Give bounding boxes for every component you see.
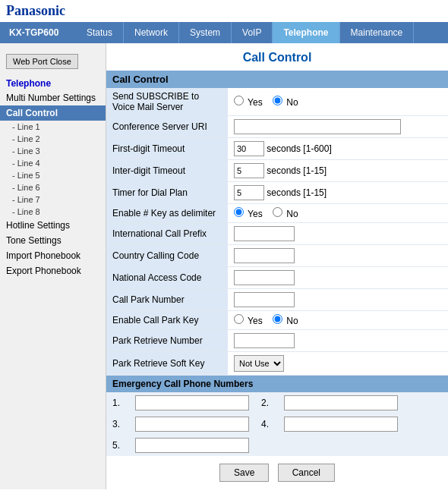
national-access-input[interactable] — [234, 270, 295, 285]
emergency-input-4[interactable] — [284, 417, 398, 432]
emergency-section-header: Emergency Call Phone Numbers — [106, 376, 448, 392]
value-intl-prefix — [228, 223, 448, 245]
emergency-input-1[interactable] — [135, 395, 249, 410]
timer-dial-input[interactable] — [234, 185, 264, 200]
sidebar-item-line8[interactable]: - Line 8 — [0, 206, 106, 218]
nav-tab-status[interactable]: Status — [76, 22, 124, 43]
sidebar-item-line6[interactable]: - Line 6 — [0, 181, 106, 193]
nav-tab-system[interactable]: System — [179, 22, 232, 43]
sidebar-item-line7[interactable]: - Line 7 — [0, 193, 106, 206]
nav-tabs: Status Network System VoIP Telephone Mai… — [76, 22, 414, 43]
sidebar-title: Telephone — [0, 74, 106, 90]
label-park-soft-key: Park Retrieve Soft Key — [106, 352, 228, 376]
emergency-input-2[interactable] — [284, 395, 398, 410]
main-layout: Web Port Close Telephone Multi Number Se… — [0, 43, 448, 489]
footer: Save Cancel — [106, 456, 448, 489]
row-timer-dial: Timer for Dial Plan seconds [1-15] — [106, 182, 448, 204]
emergency-input-5[interactable] — [135, 438, 249, 453]
emergency-empty-2 — [278, 435, 448, 456]
sidebar-item-import[interactable]: Import Phonebook — [0, 248, 106, 263]
park-soft-key-select[interactable]: Not Use — [234, 355, 284, 372]
emergency-row-1-2: 1. 2. — [106, 392, 448, 414]
label-national-access: National Access Code — [106, 267, 228, 289]
nav-tab-network[interactable]: Network — [124, 22, 179, 43]
sidebar-item-tone[interactable]: Tone Settings — [0, 233, 106, 248]
label-park-retrieve: Park Retrieve Number — [106, 330, 228, 352]
country-code-input[interactable] — [234, 248, 295, 263]
first-digit-input[interactable] — [234, 141, 264, 156]
value-park-retrieve — [228, 330, 448, 352]
park-yes-label: Yes — [234, 316, 265, 326]
navbar: KX-TGP600 Status Network System VoIP Tel… — [0, 22, 448, 43]
subscribe-yes-label: Yes — [234, 97, 265, 108]
model-label: KX-TGP600 — [0, 27, 76, 38]
emergency-input-1-cell — [129, 392, 255, 414]
inter-digit-input[interactable] — [234, 163, 264, 178]
content: Call Control Call Control Send SUBSCRIBE… — [106, 43, 448, 489]
emergency-num-3: 3. — [106, 414, 129, 435]
park-no-label: No — [273, 316, 298, 326]
park-no-radio[interactable] — [273, 314, 282, 324]
nav-tab-voip[interactable]: VoIP — [232, 22, 273, 43]
row-national-access: National Access Code — [106, 267, 448, 289]
row-conference-uri: Conference Server URI — [106, 116, 448, 138]
emergency-row-5: 5. — [106, 435, 448, 456]
cancel-button[interactable]: Cancel — [278, 464, 335, 482]
first-digit-unit: seconds [1-600] — [267, 143, 331, 154]
label-conference-uri: Conference Server URI — [106, 116, 228, 138]
web-port-close-button[interactable]: Web Port Close — [6, 54, 78, 69]
sidebar-item-call-control[interactable]: Call Control — [0, 105, 106, 121]
value-first-digit: seconds [1-600] — [228, 138, 448, 160]
label-inter-digit: Inter-digit Timeout — [106, 160, 228, 182]
sidebar-item-hotline[interactable]: Hotline Settings — [0, 218, 106, 233]
emergency-input-2-cell — [278, 392, 448, 414]
nav-tab-maintenance[interactable]: Maintenance — [340, 22, 415, 43]
emergency-num-2: 2. — [255, 392, 278, 414]
hash-yes-radio[interactable] — [234, 207, 244, 217]
value-country-code — [228, 245, 448, 267]
nav-tab-telephone[interactable]: Telephone — [273, 22, 339, 43]
conference-uri-input[interactable] — [234, 119, 401, 134]
emergency-num-5: 5. — [106, 435, 129, 456]
sidebar-item-line5[interactable]: - Line 5 — [0, 169, 106, 181]
sidebar-item-line3[interactable]: - Line 3 — [0, 145, 106, 157]
row-first-digit: First-digit Timeout seconds [1-600] — [106, 138, 448, 160]
call-park-input[interactable] — [234, 292, 295, 307]
sidebar-item-multi-number[interactable]: Multi Number Settings — [0, 90, 106, 105]
save-button[interactable]: Save — [219, 464, 269, 482]
subscribe-no-label: No — [273, 97, 298, 108]
value-timer-dial: seconds [1-15] — [228, 182, 448, 204]
park-yes-radio[interactable] — [234, 314, 244, 324]
subscribe-yes-radio[interactable] — [234, 96, 244, 105]
sidebar-item-line2[interactable]: - Line 2 — [0, 133, 106, 145]
park-retrieve-input[interactable] — [234, 333, 295, 348]
row-inter-digit: Inter-digit Timeout seconds [1-15] — [106, 160, 448, 182]
intl-prefix-input[interactable] — [234, 226, 295, 241]
hash-yes-label: Yes — [234, 209, 265, 219]
row-park-soft-key: Park Retrieve Soft Key Not Use — [106, 352, 448, 376]
sidebar-item-line4[interactable]: - Line 4 — [0, 157, 106, 169]
row-call-park-key: Enable Call Park Key Yes No — [106, 311, 448, 330]
label-first-digit: First-digit Timeout — [106, 138, 228, 160]
timer-dial-unit: seconds [1-15] — [267, 187, 327, 198]
inter-digit-unit: seconds [1-15] — [267, 165, 327, 176]
row-country-code: Country Calling Code — [106, 245, 448, 267]
hash-no-radio[interactable] — [273, 207, 282, 217]
label-country-code: Country Calling Code — [106, 245, 228, 267]
label-timer-dial: Timer for Dial Plan — [106, 182, 228, 204]
emergency-empty-1 — [255, 435, 278, 456]
row-park-retrieve: Park Retrieve Number — [106, 330, 448, 352]
sidebar-item-export[interactable]: Export Phonebook — [0, 263, 106, 278]
emergency-num-4: 4. — [255, 414, 278, 435]
value-call-park-key: Yes No — [228, 311, 448, 330]
logo: Panasonic — [6, 3, 65, 19]
emergency-input-3[interactable] — [135, 417, 249, 432]
row-intl-prefix: International Call Prefix — [106, 223, 448, 245]
header: Panasonic — [0, 0, 448, 22]
call-control-table: Send SUBSCRIBE to Voice Mail Server Yes … — [106, 88, 448, 376]
sidebar-item-line1[interactable]: - Line 1 — [0, 121, 106, 133]
subscribe-no-radio[interactable] — [273, 96, 282, 105]
hash-no-label: No — [273, 209, 298, 219]
web-port-close-container: Web Port Close — [6, 54, 99, 69]
row-call-park: Call Park Number — [106, 289, 448, 311]
